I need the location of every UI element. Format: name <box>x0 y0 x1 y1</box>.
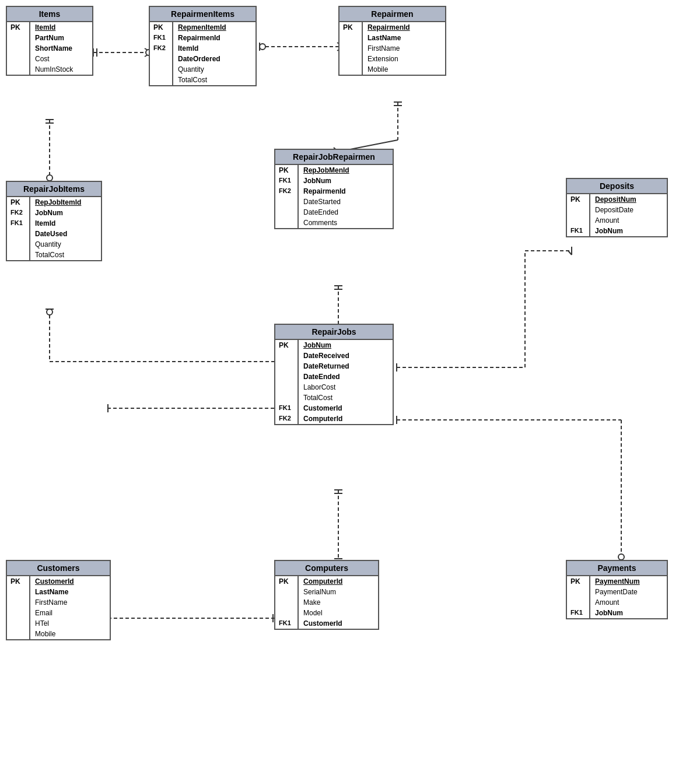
entity-items-pk: PK ItemId <box>7 22 92 33</box>
entity-repairmen-items: RepairmenItems PK RepmenItemId FK1 Repai… <box>149 6 257 86</box>
entity-deposits: Deposits PK DepositNum DepositDate Amoun… <box>566 178 668 237</box>
diagram-container: Items PK ItemId PartNum ShortName Cost N… <box>0 0 700 771</box>
entity-payments: Payments PK PaymentNum PaymentDate Amoun… <box>566 560 668 619</box>
svg-point-10 <box>260 44 265 50</box>
entity-customers: Customers PK CustomerId LastName FirstNa… <box>6 560 111 640</box>
entity-items-field-1: PartNum <box>7 33 92 43</box>
svg-point-53 <box>618 554 624 560</box>
svg-point-24 <box>47 309 52 315</box>
entity-items-header: Items <box>7 7 92 22</box>
svg-point-20 <box>47 175 52 181</box>
entity-repair-job-repairmen: RepairJobRepairmen PK RepJobMenId FK1 Jo… <box>274 149 394 229</box>
entity-repairmen: Repairmen PK RepairmenId LastName FirstN… <box>338 6 446 76</box>
svg-line-36 <box>568 251 572 255</box>
entity-items: Items PK ItemId PartNum ShortName Cost N… <box>6 6 93 76</box>
entity-repair-jobs: RepairJobs PK JobNum DateReceived DateRe… <box>274 324 394 425</box>
entity-repair-job-items: RepairJobItems PK RepJobItemId FK2 JobNu… <box>6 181 102 261</box>
entity-computers: Computers PK ComputerId SerialNum Make M… <box>274 560 379 630</box>
